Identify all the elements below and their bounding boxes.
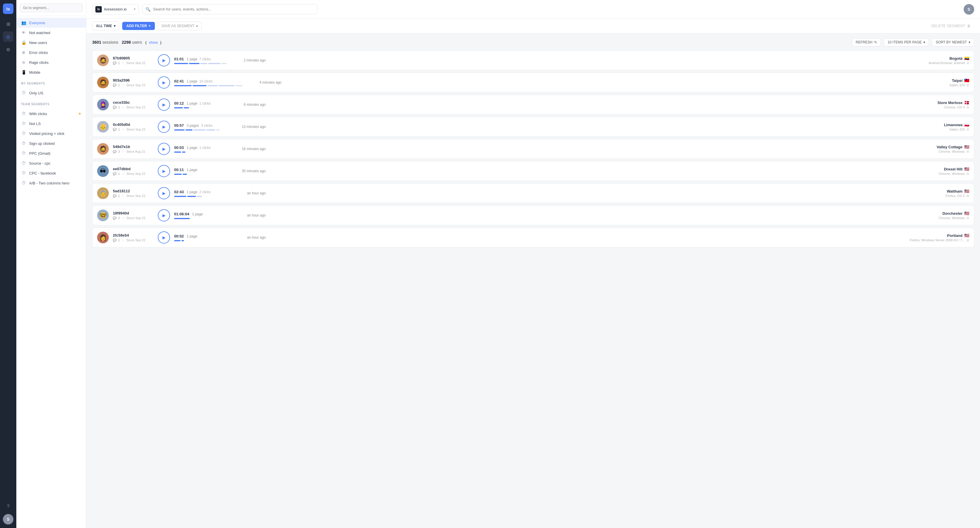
- starred-icon: ★: [78, 112, 81, 116]
- nav-grid-icon[interactable]: ⊞: [3, 19, 13, 29]
- star-icon[interactable]: ☆: [122, 216, 124, 220]
- sidebar-search-input[interactable]: [20, 3, 83, 12]
- play-button[interactable]: ▶: [158, 121, 170, 133]
- session-since: Since Sep 22: [126, 128, 145, 131]
- sidebar-item-new-users[interactable]: 🔒 New users: [16, 38, 86, 48]
- star-icon[interactable]: ☆: [122, 61, 124, 65]
- session-stats: 01:01 1 page 7 clicks: [174, 57, 227, 64]
- session-stats: 01:06:04 1 page: [174, 212, 227, 219]
- session-time-ago: 16 minutes ago: [231, 147, 266, 151]
- device-icon: 🖥: [966, 61, 969, 65]
- comment-icon: 💬: [113, 84, 116, 87]
- play-button[interactable]: ▶: [158, 54, 170, 67]
- progress-bar-segment: [187, 196, 196, 197]
- progress-bar-segment: [174, 218, 190, 219]
- delete-segment-button[interactable]: DELETE SEGMENT 🗑: [928, 22, 974, 30]
- rage-clicks-icon: ≋: [21, 60, 26, 65]
- session-time-ago: 2 minutes ago: [231, 58, 266, 62]
- session-avatar: 👩: [97, 231, 109, 243]
- sidebar-item-ppc-gmail[interactable]: ⏱ PPC (Gmail): [16, 148, 86, 158]
- session-location: Taipei 🇹🇼 Safari, iOS 🖥: [905, 78, 969, 87]
- time-filter-button[interactable]: ALL TIME ▾: [92, 22, 119, 30]
- session-comment-count: 3: [118, 150, 120, 153]
- items-per-page-button[interactable]: 10 ITEMS PER PAGE ▾: [884, 38, 929, 46]
- play-button[interactable]: ▶: [158, 76, 170, 89]
- sidebar-item-everyone[interactable]: 👥 Everyone: [16, 18, 86, 28]
- session-info: ee07dbbd 💬 1 ☆ Since Sep 22: [113, 166, 154, 176]
- sidebar-item-ab-two-cols[interactable]: ⏱ A/B - Two columns hero: [16, 178, 86, 188]
- session-time-ago: an hour ago: [231, 213, 266, 217]
- sidebar-item-cpc-facebook[interactable]: ⏱ CPC - facebook: [16, 168, 86, 178]
- session-meta: 💬 1 ☆ Since Sep 22: [113, 61, 154, 65]
- device-icon: 🖥: [966, 150, 969, 153]
- sidebar-item-rage-clicks[interactable]: ≋ Rage clicks: [16, 57, 86, 67]
- session-pages: 1 page: [187, 168, 197, 172]
- city-name: Dorchester: [942, 211, 963, 216]
- app-logo[interactable]: Is: [3, 3, 13, 14]
- progress-bar-segment: [174, 174, 182, 175]
- session-comment-count: 1: [118, 172, 120, 175]
- sidebar-item-only-us[interactable]: ⏱ Only US: [16, 88, 86, 98]
- sign-up-clicked-icon: ⏱: [21, 141, 26, 146]
- refresh-icon: ↻: [874, 40, 877, 44]
- sidebar-item-label: Visited pricing + click: [29, 132, 64, 136]
- sidebar-item-visited-pricing[interactable]: ⏱ Visited pricing + click: [16, 128, 86, 138]
- session-stats: 02:41 1 page 10 clicks: [174, 79, 242, 86]
- play-button[interactable]: ▶: [158, 143, 170, 155]
- refresh-button[interactable]: REFRESH ↻: [852, 38, 881, 46]
- search-input[interactable]: [142, 4, 317, 14]
- sessions-list: 🧔 87b90805 💬 1 ☆ Since Sep 22 ▶ 01:01 1 …: [92, 51, 974, 247]
- session-browser-os: Chrome, OS X 🖥: [905, 105, 969, 109]
- sidebar-item-label: PPC (Gmail): [29, 151, 51, 155]
- session-browser-os: Safari, iOS 🖥: [905, 83, 969, 87]
- sidebar-item-sign-up-clicked[interactable]: ⏱ Sign up clicked: [16, 138, 86, 148]
- session-stats: 00:11 1 page: [174, 168, 227, 175]
- sidebar-item-mobile[interactable]: 📱 Mobile: [16, 67, 86, 77]
- session-browser-os: Chrome, Windows 🖥: [905, 216, 969, 220]
- star-icon[interactable]: ☆: [122, 194, 124, 198]
- star-icon[interactable]: ☆: [122, 83, 124, 87]
- session-time-ago: 4 minutes ago: [247, 81, 282, 84]
- sidebar-item-not-watched[interactable]: 👁 Not watched: [16, 28, 86, 38]
- sidebar-item-with-clicks[interactable]: ⏱ With clicks ★: [16, 109, 86, 119]
- progress-bar-segment: [207, 129, 215, 130]
- sidebar-item-error-clicks[interactable]: ⊗ Error clicks: [16, 48, 86, 57]
- star-icon[interactable]: ☆: [122, 150, 124, 154]
- time-filter-label: ALL TIME: [96, 24, 112, 28]
- play-button[interactable]: ▶: [158, 98, 170, 111]
- play-button[interactable]: ▶: [158, 187, 170, 199]
- nav-settings-icon[interactable]: ⚙: [3, 44, 13, 55]
- show-users-link[interactable]: show: [149, 40, 158, 44]
- sidebar-item-not-ls[interactable]: ⏱ Not LS: [16, 119, 86, 128]
- country-flag: 🇵🇱: [964, 122, 969, 127]
- nav-sessions-icon[interactable]: ◎: [3, 32, 13, 42]
- city-name: Store Merlose: [937, 100, 963, 105]
- nav-user-avatar[interactable]: S: [3, 514, 13, 525]
- session-clicks: 3 clicks: [201, 124, 212, 128]
- session-pages: 1 page 2 clicks: [187, 190, 211, 194]
- add-filter-button[interactable]: ADD FILTER +: [122, 22, 154, 30]
- sidebar-item-label: Everyone: [29, 21, 45, 25]
- workspace-selector[interactable]: ls livesession.io ▾: [92, 4, 139, 14]
- play-button[interactable]: ▶: [158, 231, 170, 244]
- play-button[interactable]: ▶: [158, 209, 170, 222]
- nav-help-icon[interactable]: ?: [3, 501, 13, 512]
- star-icon[interactable]: ☆: [122, 128, 124, 132]
- user-avatar[interactable]: S: [964, 4, 974, 14]
- play-button[interactable]: ▶: [158, 165, 170, 177]
- star-icon[interactable]: ☆: [122, 105, 124, 109]
- save-segment-button[interactable]: SAVE AS SEGMENT ●: [158, 22, 202, 30]
- session-comment-count: 1: [118, 194, 120, 198]
- content-area: 3601 sessions 2298 users ( show ) REFRES…: [86, 33, 980, 528]
- session-comment-count: 1: [118, 128, 120, 131]
- star-icon[interactable]: ☆: [122, 172, 124, 176]
- sidebar-item-source-cpc[interactable]: ⏱ Source - cpc: [16, 158, 86, 168]
- star-icon[interactable]: ☆: [122, 238, 124, 242]
- comment-icon: 💬: [113, 62, 116, 65]
- sort-button[interactable]: SORT BY NEWEST ▾: [932, 38, 974, 46]
- session-duration: 02:43: [174, 190, 184, 194]
- session-browser-os: Firefox, Windows Server 2008 R2 / 7... 🖥: [905, 238, 969, 242]
- session-since: Since Sep 22: [126, 83, 145, 87]
- my-segments-title: MY SEGMENTS: [16, 79, 86, 86]
- progress-bars: [174, 63, 227, 64]
